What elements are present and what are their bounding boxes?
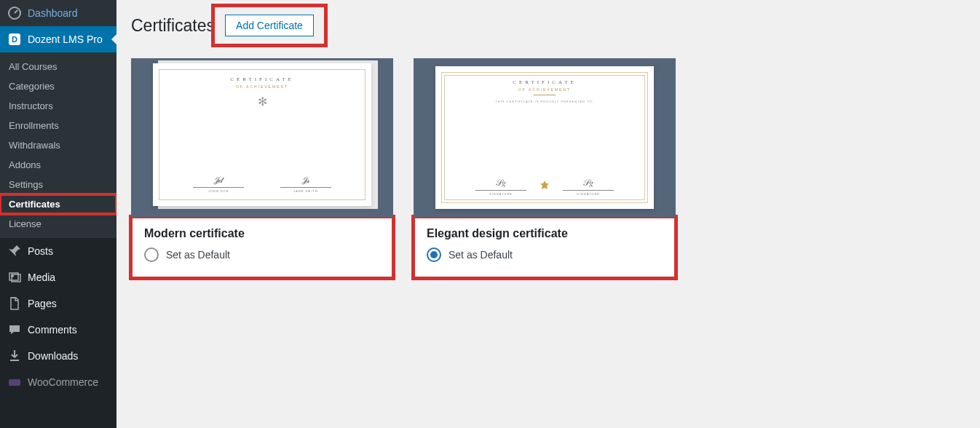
page-title: Certificates <box>131 16 215 36</box>
svg-marker-5 <box>540 181 549 189</box>
certificate-title: Elegant design certificate <box>427 227 663 240</box>
submenu-withdrawals[interactable]: Withdrawals <box>0 135 116 155</box>
comment-icon <box>7 322 22 337</box>
page-icon <box>7 296 22 311</box>
submenu-certificates[interactable]: Certificates <box>0 194 116 214</box>
set-default-radio[interactable]: Set as Default <box>144 247 380 262</box>
certificate-card-body: Elegant design certificate Set as Defaul… <box>414 217 676 278</box>
sidebar-label: Dozent LMS Pro <box>28 33 103 45</box>
submenu-enrollments[interactable]: Enrollments <box>0 116 116 135</box>
submenu-all-courses[interactable]: All Courses <box>0 57 116 76</box>
sidebar-item-media[interactable]: Media <box>0 264 116 290</box>
add-certificate-button[interactable]: Add Certificate <box>225 15 314 36</box>
svg-rect-4 <box>9 379 20 386</box>
dashboard-icon <box>7 6 22 20</box>
woo-icon <box>7 375 22 389</box>
sidebar-label: Downloads <box>28 350 78 362</box>
sidebar-submenu: All Courses Categories Instructors Enrol… <box>0 52 116 238</box>
submenu-license[interactable]: License <box>0 214 116 234</box>
certificate-preview[interactable]: CERTIFICATE OF ACHIEVEMENT ✻ 𝒥𝒹 JOHN DOE… <box>131 58 393 217</box>
sidebar-item-dashboard[interactable]: Dashboard <box>0 0 116 26</box>
set-default-label: Set as Default <box>448 249 513 261</box>
add-certificate-highlight: Add Certificate <box>215 7 324 44</box>
submenu-categories[interactable]: Categories <box>0 76 116 96</box>
download-icon <box>7 349 22 363</box>
signature-icon: 𝒥𝒹 <box>193 175 244 186</box>
sidebar-label: Media <box>28 272 55 283</box>
certificate-title: Modern certificate <box>144 227 380 240</box>
sidebar-label: WooCommerce <box>28 376 98 388</box>
media-icon <box>7 270 22 285</box>
seal-icon <box>538 180 551 193</box>
radio-icon <box>427 247 441 262</box>
sidebar-item-comments[interactable]: Comments <box>0 317 116 343</box>
sidebar-item-pages[interactable]: Pages <box>0 290 116 317</box>
sidebar-item-downloads[interactable]: Downloads <box>0 343 116 369</box>
sig-name: JOHN DOE <box>193 189 244 193</box>
submenu-addons[interactable]: Addons <box>0 155 116 175</box>
svg-text:D: D <box>12 35 17 44</box>
signature-icon: 𝒮𝑔 <box>475 178 526 189</box>
sidebar-item-posts[interactable]: Posts <box>0 238 116 264</box>
certificate-card-elegant: CERTIFICATE OF ACHIEVEMENT THIS CERTIFIC… <box>414 58 676 278</box>
set-default-radio[interactable]: Set as Default <box>427 247 663 262</box>
sig-name: JANE SMITH <box>280 189 331 193</box>
sidebar-label: Comments <box>28 324 77 336</box>
radio-icon <box>144 247 159 262</box>
submenu-instructors[interactable]: Instructors <box>0 96 116 116</box>
pin-icon <box>7 244 22 258</box>
sidebar-label: Pages <box>28 298 57 309</box>
signature-icon: 𝒮𝑔 <box>563 178 614 189</box>
dozent-icon: D <box>7 32 22 47</box>
set-default-label: Set as Default <box>166 249 230 261</box>
certificate-card-modern: CERTIFICATE OF ACHIEVEMENT ✻ 𝒥𝒹 JOHN DOE… <box>131 58 393 278</box>
sig-name: SIGNATURE <box>475 192 526 196</box>
sidebar-item-woocommerce[interactable]: WooCommerce <box>0 369 116 395</box>
certificate-card-body: Modern certificate Set as Default <box>131 217 393 278</box>
certificate-grid: CERTIFICATE OF ACHIEVEMENT ✻ 𝒥𝒹 JOHN DOE… <box>131 58 965 278</box>
admin-sidebar: Dashboard D Dozent LMS Pro All Courses C… <box>0 0 116 428</box>
submenu-settings[interactable]: Settings <box>0 175 116 194</box>
sidebar-item-dozent[interactable]: D Dozent LMS Pro <box>0 26 116 52</box>
certificate-preview[interactable]: CERTIFICATE OF ACHIEVEMENT THIS CERTIFIC… <box>414 58 676 217</box>
page-header: Certificates Add Certificate <box>131 7 965 44</box>
main-content: Certificates Add Certificate CERTIFICATE… <box>116 0 980 428</box>
sidebar-label: Dashboard <box>28 7 78 19</box>
sig-name: SIGNATURE <box>563 192 614 196</box>
signature-icon: 𝒥𝓈 <box>280 175 331 186</box>
sidebar-label: Posts <box>28 245 53 257</box>
